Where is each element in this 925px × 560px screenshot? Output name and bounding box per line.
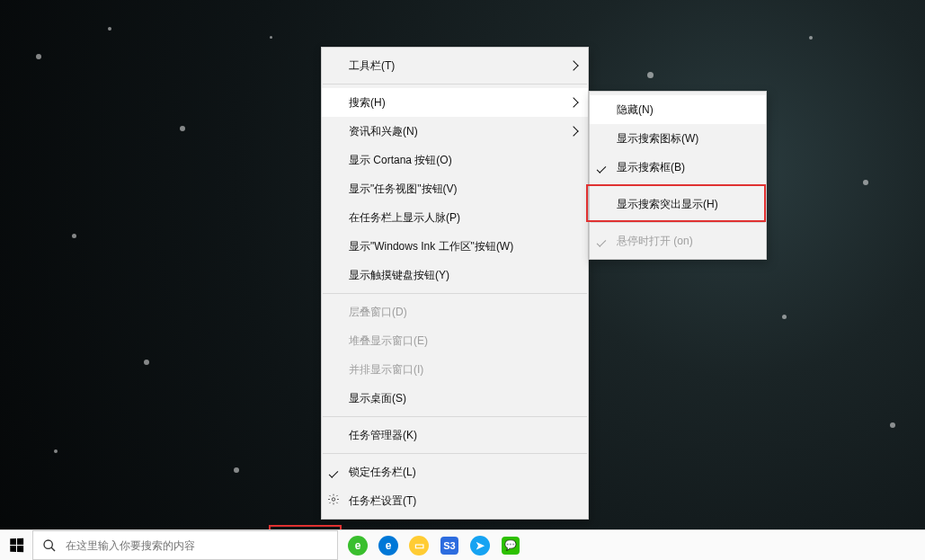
taskbar-menu-item-label: 并排显示窗口(I) bbox=[349, 362, 423, 378]
windows-logo-icon bbox=[10, 538, 23, 552]
taskbar-menu-item-label: 锁定任务栏(L) bbox=[349, 465, 416, 480]
taskbar-context-menu: 工具栏(T)搜索(H)资讯和兴趣(N)显示 Cortana 按钮(O)显示"任务… bbox=[321, 47, 589, 520]
taskbar-search-box[interactable] bbox=[32, 530, 338, 560]
search-submenu-separator bbox=[591, 222, 765, 223]
app-s3-icon: S3 bbox=[440, 537, 458, 555]
taskbar-icon-edge-legacy[interactable]: e bbox=[374, 530, 403, 561]
gear-icon bbox=[327, 493, 340, 509]
taskbar-menu-separator bbox=[323, 453, 587, 454]
start-button[interactable] bbox=[0, 530, 32, 560]
taskbar-menu-item-toolbars[interactable]: 工具栏(T) bbox=[322, 51, 588, 80]
search-submenu-item-hidden[interactable]: 隐藏(N) bbox=[590, 95, 766, 124]
search-submenu-item-label: 显示搜索突出显示(H) bbox=[617, 197, 718, 212]
edge-legacy-icon: e bbox=[378, 536, 398, 556]
search-submenu-separator bbox=[591, 185, 765, 186]
taskbar: ee▭S3➤💬 bbox=[0, 529, 925, 560]
taskbar-menu-separator bbox=[323, 84, 587, 84]
taskbar-menu-item-label: 堆叠显示窗口(E) bbox=[349, 333, 428, 349]
taskbar-menu-separator bbox=[323, 293, 587, 294]
svg-point-1 bbox=[44, 540, 52, 548]
taskbar-menu-item-label: 资讯和兴趣(N) bbox=[349, 124, 418, 139]
search-submenu-item-hoveropen: 悬停时打开 (on) bbox=[590, 227, 766, 255]
browser-360-icon: e bbox=[348, 536, 368, 556]
taskbar-icon-app-blue-bubble[interactable]: ➤ bbox=[466, 530, 494, 561]
taskbar-menu-item-news[interactable]: 资讯和兴趣(N) bbox=[322, 117, 588, 146]
search-submenu-item-showbox[interactable]: 显示搜索框(B) bbox=[590, 153, 766, 182]
taskbar-menu-item-label: 在任务栏上显示人脉(P) bbox=[349, 210, 460, 226]
chevron-right-icon bbox=[570, 125, 577, 138]
search-submenu-item-showicon[interactable]: 显示搜索图标(W) bbox=[590, 124, 766, 153]
checkmark-icon bbox=[329, 466, 338, 478]
taskbar-menu-item-label: 任务栏设置(T) bbox=[349, 493, 416, 509]
taskbar-menu-item-cortana[interactable]: 显示 Cortana 按钮(O) bbox=[322, 146, 588, 174]
checkmark-icon bbox=[597, 235, 606, 247]
taskbar-menu-item-showdesktop[interactable]: 显示桌面(S) bbox=[322, 384, 588, 413]
taskbar-menu-item-settings[interactable]: 任务栏设置(T) bbox=[322, 486, 588, 515]
taskbar-icon-file-explorer[interactable]: ▭ bbox=[405, 530, 433, 561]
taskbar-menu-separator bbox=[323, 416, 587, 417]
file-explorer-icon: ▭ bbox=[409, 536, 429, 556]
taskbar-menu-item-label: 任务管理器(K) bbox=[349, 428, 417, 443]
wechat-icon: 💬 bbox=[502, 537, 520, 555]
taskbar-menu-item-label: 搜索(H) bbox=[349, 95, 386, 111]
search-input[interactable] bbox=[66, 539, 328, 552]
taskbar-menu-item-taskmgr[interactable]: 任务管理器(K) bbox=[322, 421, 588, 449]
search-submenu-item-label: 隐藏(N) bbox=[617, 102, 654, 118]
search-icon bbox=[42, 538, 57, 553]
search-submenu-item-highlight[interactable]: 显示搜索突出显示(H) bbox=[590, 190, 766, 218]
taskbar-menu-item-label: 工具栏(T) bbox=[349, 58, 395, 74]
taskbar-menu-item-stacked: 堆叠显示窗口(E) bbox=[322, 326, 588, 355]
taskbar-menu-item-sidebyside: 并排显示窗口(I) bbox=[322, 355, 588, 384]
taskbar-menu-item-label: 显示"Windows Ink 工作区"按钮(W) bbox=[349, 239, 513, 254]
svg-line-2 bbox=[51, 547, 55, 551]
taskbar-menu-item-label: 显示"任务视图"按钮(V) bbox=[349, 182, 458, 197]
taskbar-menu-item-touchkb[interactable]: 显示触摸键盘按钮(Y) bbox=[322, 261, 588, 289]
taskbar-app-icons: ee▭S3➤💬 bbox=[338, 530, 525, 560]
taskbar-menu-item-lock[interactable]: 锁定任务栏(L) bbox=[322, 458, 588, 486]
taskbar-menu-item-taskview[interactable]: 显示"任务视图"按钮(V) bbox=[322, 174, 588, 203]
app-blue-bubble-icon: ➤ bbox=[470, 536, 490, 556]
taskbar-menu-item-ink[interactable]: 显示"Windows Ink 工作区"按钮(W) bbox=[322, 232, 588, 261]
taskbar-icon-browser-360[interactable]: e bbox=[343, 530, 372, 561]
taskbar-menu-item-cascade: 层叠窗口(D) bbox=[322, 298, 588, 326]
taskbar-menu-item-search[interactable]: 搜索(H) bbox=[322, 88, 588, 117]
svg-point-0 bbox=[332, 498, 335, 502]
taskbar-icon-wechat[interactable]: 💬 bbox=[496, 530, 525, 561]
taskbar-menu-item-label: 显示桌面(S) bbox=[349, 391, 406, 406]
checkmark-icon bbox=[597, 161, 606, 173]
search-submenu-item-label: 显示搜索框(B) bbox=[617, 160, 685, 175]
chevron-right-icon bbox=[570, 59, 577, 72]
search-submenu-item-label: 悬停时打开 (on) bbox=[617, 234, 693, 249]
taskbar-menu-item-label: 显示 Cortana 按钮(O) bbox=[349, 153, 452, 168]
taskbar-menu-item-label: 显示触摸键盘按钮(Y) bbox=[349, 268, 449, 283]
taskbar-menu-item-label: 层叠窗口(D) bbox=[349, 305, 407, 320]
search-submenu-item-label: 显示搜索图标(W) bbox=[617, 131, 698, 147]
chevron-right-icon bbox=[570, 96, 577, 109]
taskbar-menu-item-people[interactable]: 在任务栏上显示人脉(P) bbox=[322, 203, 588, 232]
taskbar-icon-app-s3[interactable]: S3 bbox=[435, 530, 464, 561]
search-submenu: 隐藏(N)显示搜索图标(W)显示搜索框(B)显示搜索突出显示(H)悬停时打开 (… bbox=[589, 91, 767, 260]
